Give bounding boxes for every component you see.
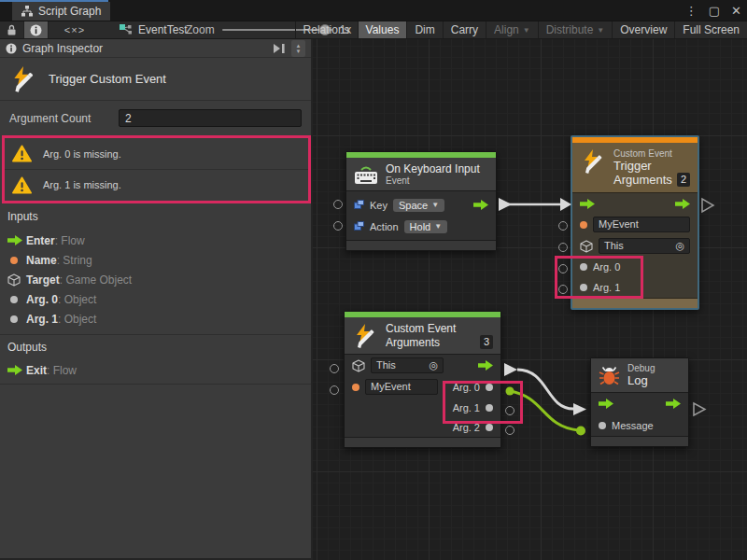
message-row: Message (591, 414, 688, 436)
code-icon: <×> (64, 24, 85, 35)
value-port[interactable] (330, 385, 339, 395)
flow-input-port[interactable] (599, 399, 613, 409)
value-port[interactable] (558, 243, 568, 252)
chevron-down-icon: ▼ (434, 222, 442, 231)
target-field[interactable]: This ◎ (599, 238, 690, 254)
dock-panel-icon[interactable] (273, 43, 286, 54)
warning-row: Arg. 1 is missing. (5, 169, 308, 200)
node-kind: Custom Event (613, 148, 690, 159)
relations-button[interactable]: Relations (295, 21, 358, 38)
argument-count-label: Argument Count (9, 112, 91, 125)
flow-input-port[interactable] (580, 199, 595, 209)
chevron-down-icon: ▼ (431, 201, 439, 209)
object-port-icon (10, 315, 18, 323)
action-dropdown[interactable]: Hold ▼ (404, 220, 448, 233)
node-on-keyboard-input[interactable]: On Keyboard Input Event Key Space ▼ (345, 151, 497, 251)
value-port[interactable] (558, 221, 568, 231)
cube-icon (7, 273, 21, 287)
flow-row (572, 193, 698, 214)
kebab-menu-icon[interactable]: ⋮ (685, 4, 698, 18)
flow-output-port[interactable] (675, 199, 690, 209)
object-picker-icon[interactable]: ◎ (429, 358, 438, 372)
object-port-icon (10, 296, 18, 303)
string-port-icon (352, 384, 359, 391)
node-row-key: Key Space ▼ (346, 194, 496, 216)
flow-output-port[interactable] (473, 200, 488, 210)
value-port[interactable] (505, 426, 514, 435)
value-port[interactable] (333, 200, 343, 209)
lock-button[interactable] (0, 21, 24, 38)
distribute-button[interactable]: Distribute ▼ (538, 21, 613, 38)
chevron-down-icon: ▼ (597, 26, 604, 35)
align-button[interactable]: Align ▼ (486, 21, 538, 38)
overview-button[interactable]: Overview (612, 21, 674, 38)
node-title: Custom Event (386, 322, 493, 335)
flow-arrow-icon (7, 365, 22, 375)
event-name-field[interactable]: MyEvent (593, 217, 690, 232)
node-row-action: Action Hold ▼ (346, 216, 496, 237)
port-list-item: Arg. 1Object (0, 310, 311, 328)
flow-output-port[interactable] (478, 360, 493, 371)
event-name-row: MyEvent (572, 214, 698, 235)
unit-title: Trigger Custom Event (49, 72, 166, 86)
info-icon (6, 43, 17, 54)
inspector-toggle-button[interactable] (24, 21, 49, 38)
node-title: Log (627, 373, 655, 387)
value-port[interactable] (333, 221, 343, 231)
warning-text: Arg. 0 is missing. (43, 148, 121, 160)
argument-count-input[interactable] (119, 109, 302, 127)
keyboard-icon (354, 164, 378, 185)
node-title: On Keyboard Input (386, 162, 480, 175)
argument-count-badge: 3 (480, 335, 493, 349)
object-port-icon (486, 424, 493, 431)
graph-asset-icon (120, 24, 133, 35)
graph-toolbar: <×> EventTest Zoom 1x Relations (0, 21, 747, 39)
target-row: This ◎ (345, 355, 500, 376)
object-picker-icon[interactable]: ◎ (675, 239, 684, 253)
event-name-field[interactable]: MyEvent (365, 379, 438, 395)
warning-icon (12, 176, 32, 194)
values-button[interactable]: Values (358, 21, 407, 38)
arguments-label: Arguments (613, 173, 672, 187)
port-list-item: EnterFlow (0, 231, 311, 249)
node-debug-log[interactable]: Debug Log Message (590, 357, 689, 447)
panel-stepper[interactable]: ▲▼ (291, 40, 305, 57)
warning-icon (12, 145, 32, 162)
graph-inspector-panel: Graph Inspector ▲▼ Trigger Custom Event … (0, 39, 313, 560)
script-graph-window: Script Graph ⋮ ▢ ✕ (0, 0, 747, 560)
full-screen-button[interactable]: Full Screen (674, 21, 747, 38)
port-list-item: ExitFlow (0, 361, 311, 379)
outputs-title: Outputs (7, 341, 47, 354)
tab-bar: Script Graph ⋮ ▢ ✕ (0, 0, 747, 21)
carry-button[interactable]: Carry (443, 21, 486, 38)
node-subtitle: Event (386, 175, 480, 186)
flow-output-port[interactable] (666, 399, 681, 409)
tab-label: Script Graph (38, 5, 101, 18)
node-custom-event[interactable]: Custom Event Arguments 3 This ◎ (344, 311, 501, 448)
cube-icon (580, 240, 593, 253)
node-title: Trigger (613, 159, 690, 173)
wire-direction-arrow (499, 198, 512, 211)
flow-continue-triangle (694, 403, 705, 415)
warnings-highlight-rect: Arg. 0 is missing. Arg. 1 is missing. (2, 135, 311, 203)
flow-continue-triangle (702, 199, 713, 212)
code-preview-button[interactable]: <×> (56, 21, 93, 38)
port-list-item: Arg. 0Object (0, 290, 311, 308)
tab-script-graph[interactable]: Script Graph (12, 2, 110, 21)
graph-hierarchy-icon (21, 6, 33, 17)
lock-icon (7, 24, 17, 35)
selected-unit-header: Trigger Custom Event (0, 58, 311, 101)
target-field[interactable]: This ◎ (371, 357, 444, 373)
dim-button[interactable]: Dim (406, 21, 442, 38)
string-port-icon (580, 221, 587, 229)
close-icon[interactable]: ✕ (731, 4, 741, 18)
graph-canvas[interactable]: On Keyboard Input Event Key Space ▼ (313, 39, 747, 560)
flow-arrow-icon (7, 235, 22, 245)
info-icon (30, 24, 42, 36)
key-dropdown[interactable]: Space ▼ (393, 199, 444, 212)
maximize-icon[interactable]: ▢ (709, 4, 720, 18)
value-port[interactable] (330, 364, 339, 373)
cube-icon (352, 359, 365, 372)
graph-reference[interactable]: EventTest (120, 21, 188, 38)
graph-name: EventTest (138, 23, 188, 36)
